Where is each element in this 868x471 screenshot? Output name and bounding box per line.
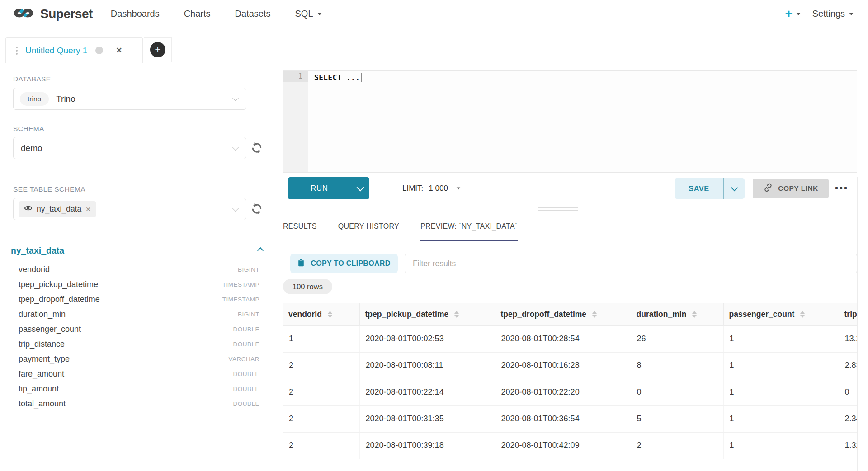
add-tab-button[interactable]: + — [150, 42, 165, 57]
navbar-item[interactable]: Charts — [184, 9, 211, 19]
database-label: DATABASE — [13, 75, 51, 83]
close-tab-icon[interactable]: ✕ — [116, 46, 122, 55]
sort-icon[interactable] — [328, 311, 332, 318]
brand-name: Superset — [40, 7, 93, 21]
superset-logo[interactable]: Superset — [12, 5, 93, 23]
new-item-dropdown[interactable]: + — [785, 8, 800, 20]
database-select[interactable]: trino Trino — [13, 88, 246, 110]
sort-icon[interactable] — [592, 311, 597, 318]
sort-icon[interactable] — [454, 311, 459, 318]
table-cell: 2020-08-01T00:28:54 — [495, 325, 631, 352]
refresh-schemas-button[interactable] — [249, 140, 264, 155]
column-type: DOUBLE — [233, 326, 259, 333]
chevron-down-icon — [357, 184, 364, 191]
limit-dropdown[interactable]: LIMIT: 1 000 — [402, 177, 461, 199]
drag-handle-icon[interactable] — [16, 47, 18, 55]
results-tab[interactable]: PREVIEW: `NY_TAXI_DATA` — [420, 222, 518, 240]
copy-link-button[interactable]: COPY LINK — [753, 179, 829, 198]
column-name: duration_min — [19, 310, 66, 319]
filter-results-input[interactable] — [405, 254, 857, 273]
column-name: tpep_dropoff_datetime — [19, 295, 100, 304]
sort-icon[interactable] — [692, 311, 697, 318]
schema-column-row[interactable]: total_amount DOUBLE — [19, 396, 259, 411]
navbar: Superset Dashboards Charts Datasets SQL … — [0, 0, 868, 28]
sql-editor-panel: 1 SELECT ... RUN LIMIT: 1 000 SAVE — [277, 63, 868, 471]
plus-icon: + — [785, 8, 792, 20]
settings-label: Settings — [812, 9, 845, 19]
table-cell: 2020-08-01T00:02:53 — [359, 325, 495, 352]
table-select[interactable]: ny_taxi_data ✕ — [13, 198, 246, 220]
table-cell: 2 — [283, 405, 359, 432]
sql-code-editor[interactable]: 1 SELECT ... — [283, 70, 857, 173]
results-grid[interactable]: vendorid tpep_pickup_datetime tpep_dropo… — [283, 303, 857, 461]
column-type: DOUBLE — [233, 341, 259, 348]
text-cursor — [361, 73, 362, 82]
grid-column-header[interactable]: duration_min — [631, 303, 723, 325]
schema-column-row[interactable]: passenger_count DOUBLE — [19, 322, 259, 337]
navbar-item[interactable]: Dashboards — [111, 9, 160, 19]
refresh-tables-button[interactable] — [249, 201, 264, 217]
sort-icon[interactable] — [800, 311, 805, 318]
table-cell: 2020-08-01T00:42:09 — [495, 432, 631, 459]
navbar-item[interactable]: SQL — [295, 9, 322, 19]
schema-column-row[interactable]: payment_type VARCHAR — [19, 352, 259, 367]
table-row: 12020-08-01T00:02:532020-08-01T00:28:542… — [283, 325, 857, 352]
table-row: 22020-08-01T00:08:112020-08-01T00:16:288… — [283, 352, 857, 379]
remove-table-icon[interactable]: ✕ — [85, 206, 91, 213]
grid-column-header[interactable]: trip_d — [839, 303, 857, 325]
settings-dropdown[interactable]: Settings — [812, 9, 854, 19]
schema-column-row[interactable]: tpep_pickup_datetime TIMESTAMP — [19, 277, 259, 292]
add-tab-tile: + — [144, 37, 172, 62]
grid-column-header[interactable]: tpep_pickup_datetime — [359, 303, 495, 325]
chevron-up-icon[interactable] — [257, 247, 264, 254]
superset-sql-lab: Superset Dashboards Charts Datasets SQL … — [0, 0, 868, 471]
run-query-button[interactable]: RUN — [288, 177, 369, 199]
pane-splitter[interactable] — [277, 205, 858, 205]
refresh-icon — [250, 202, 264, 216]
column-type: DOUBLE — [233, 400, 259, 407]
schema-column-row[interactable]: duration_min BIGINT — [19, 307, 259, 322]
navbar-item[interactable]: Datasets — [235, 9, 271, 19]
schema-column-row[interactable]: tpep_dropoff_datetime TIMESTAMP — [19, 292, 259, 307]
copy-to-clipboard-button[interactable]: COPY TO CLIPBOARD — [290, 254, 398, 273]
query-tab-title[interactable]: Untitled Query 1 — [25, 46, 87, 56]
chevron-down-icon — [796, 13, 801, 15]
run-options-dropdown[interactable] — [351, 177, 369, 199]
schema-column-row[interactable]: fare_amount DOUBLE — [19, 367, 259, 382]
save-query-button[interactable]: SAVE — [675, 178, 745, 199]
query-tab-strip: Untitled Query 1 ✕ + — [0, 28, 868, 63]
copy-link-label: COPY LINK — [778, 184, 818, 193]
schema-column-row[interactable]: vendorid BIGINT — [19, 262, 259, 277]
copy-to-clipboard-label: COPY TO CLIPBOARD — [311, 259, 390, 268]
panel-right-edge — [857, 177, 858, 471]
results-tab[interactable]: QUERY HISTORY — [338, 222, 399, 240]
schema-column-row[interactable]: trip_distance DOUBLE — [19, 337, 259, 352]
grid-column-header[interactable]: vendorid — [283, 303, 359, 325]
results-tab[interactable]: RESULTS — [283, 222, 317, 240]
table-cell: 13.2 — [839, 325, 857, 352]
table-cell: 2020-08-01T00:08:11 — [359, 352, 495, 379]
limit-value: 1 000 — [429, 184, 448, 193]
save-options-dropdown[interactable] — [724, 178, 745, 199]
grid-column-header[interactable]: passenger_count — [723, 303, 839, 325]
schema-column-row[interactable]: tip_amount DOUBLE — [19, 382, 259, 396]
table-schema-section-header[interactable]: ny_taxi_data — [11, 243, 263, 258]
table-cell: 0 — [631, 379, 723, 405]
limit-label: LIMIT: — [402, 184, 423, 193]
eye-icon — [24, 205, 33, 213]
schema-name: demo — [21, 143, 42, 153]
table-row: 22020-08-01T00:39:182020-08-01T00:42:092… — [283, 432, 857, 459]
table-cell: 1 — [723, 325, 839, 352]
column-name: tip_amount — [19, 384, 59, 394]
table-cell: 2020-08-01T00:39:18 — [359, 432, 495, 459]
refresh-icon — [250, 141, 264, 155]
more-actions-button[interactable]: ••• — [835, 177, 849, 199]
schema-select[interactable]: demo — [13, 137, 246, 159]
query-tab[interactable]: Untitled Query 1 ✕ — [5, 37, 143, 63]
column-type: VARCHAR — [228, 356, 259, 363]
line-number: 1 — [283, 71, 308, 82]
splitter-drag-handle-icon[interactable] — [538, 207, 578, 212]
column-type: TIMESTAMP — [222, 296, 259, 303]
chevron-down-icon — [731, 184, 738, 191]
grid-column-header[interactable]: tpep_dropoff_datetime — [495, 303, 631, 325]
